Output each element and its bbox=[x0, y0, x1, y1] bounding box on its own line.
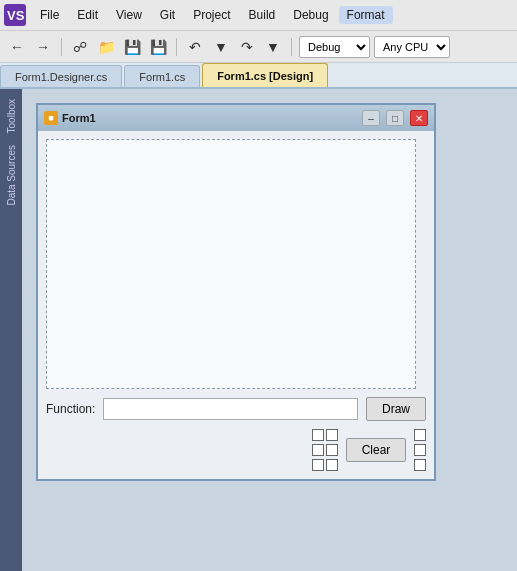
tab-form1-designer[interactable]: Form1.Designer.cs bbox=[0, 65, 122, 87]
datasources-label[interactable]: Data Sources bbox=[4, 141, 19, 210]
checkbox-5[interactable] bbox=[312, 459, 324, 471]
config-dropdown[interactable]: Debug Release bbox=[299, 36, 370, 58]
design-canvas: ■ Form1 – □ ✕ Function: Draw bbox=[22, 89, 517, 571]
toolbox-label[interactable]: Toolbox bbox=[4, 95, 19, 137]
checkbox-6[interactable] bbox=[326, 459, 338, 471]
main-area: Toolbox Data Sources ■ Form1 – □ ✕ bbox=[0, 89, 517, 571]
checkbox-r3[interactable] bbox=[414, 459, 426, 471]
checkbox-4[interactable] bbox=[326, 444, 338, 456]
checkbox-row-r1 bbox=[414, 429, 426, 441]
menu-debug[interactable]: Debug bbox=[285, 6, 336, 24]
checkbox-row-1 bbox=[312, 429, 338, 441]
menu-items: File Edit View Git Project Build Debug F… bbox=[32, 6, 513, 24]
maximize-button[interactable]: □ bbox=[386, 110, 404, 126]
separator-3 bbox=[291, 38, 292, 56]
clear-button[interactable]: Clear bbox=[346, 438, 406, 462]
win-form: ■ Form1 – □ ✕ Function: Draw bbox=[36, 103, 436, 481]
checkbox-row-2 bbox=[312, 444, 338, 456]
checkbox-row-r2 bbox=[414, 444, 426, 456]
close-button[interactable]: ✕ bbox=[410, 110, 428, 126]
vs-logo: VS bbox=[4, 4, 26, 26]
back-button[interactable]: ← bbox=[6, 36, 28, 58]
tab-form1-cs[interactable]: Form1.cs bbox=[124, 65, 200, 87]
win-form-title: Form1 bbox=[62, 112, 356, 124]
menu-view[interactable]: View bbox=[108, 6, 150, 24]
controls-row: Clear bbox=[46, 429, 426, 471]
checkbox-1[interactable] bbox=[312, 429, 324, 441]
function-row: Function: Draw bbox=[46, 397, 426, 421]
side-panel: Toolbox Data Sources bbox=[0, 89, 22, 571]
tools-button[interactable]: ☍ bbox=[69, 36, 91, 58]
checkbox-r1[interactable] bbox=[414, 429, 426, 441]
checkbox-row-3 bbox=[312, 459, 338, 471]
save-button[interactable]: 💾 bbox=[121, 36, 143, 58]
svg-text:VS: VS bbox=[7, 8, 25, 23]
function-input[interactable] bbox=[103, 398, 358, 420]
checkbox-r2[interactable] bbox=[414, 444, 426, 456]
menu-build[interactable]: Build bbox=[241, 6, 284, 24]
menu-edit[interactable]: Edit bbox=[69, 6, 106, 24]
minimize-button[interactable]: – bbox=[362, 110, 380, 126]
win-form-icon: ■ bbox=[44, 111, 58, 125]
checkbox-group-right bbox=[414, 429, 426, 471]
menu-project[interactable]: Project bbox=[185, 6, 238, 24]
win-titlebar: ■ Form1 – □ ✕ bbox=[38, 105, 434, 131]
menu-file[interactable]: File bbox=[32, 6, 67, 24]
menu-git[interactable]: Git bbox=[152, 6, 183, 24]
separator-1 bbox=[61, 38, 62, 56]
function-label: Function: bbox=[46, 402, 95, 416]
separator-2 bbox=[176, 38, 177, 56]
redo-arrow[interactable]: ▼ bbox=[262, 36, 284, 58]
saveall-button[interactable]: 💾 bbox=[147, 36, 169, 58]
checkbox-2[interactable] bbox=[326, 429, 338, 441]
menu-format[interactable]: Format bbox=[339, 6, 393, 24]
platform-dropdown[interactable]: Any CPU x86 x64 bbox=[374, 36, 450, 58]
tab-form1-design[interactable]: Form1.cs [Design] bbox=[202, 63, 328, 87]
forward-button[interactable]: → bbox=[32, 36, 54, 58]
undo-button[interactable]: ↶ bbox=[184, 36, 206, 58]
menu-bar: VS File Edit View Git Project Build Debu… bbox=[0, 0, 517, 31]
draw-button[interactable]: Draw bbox=[366, 397, 426, 421]
drawing-area[interactable] bbox=[46, 139, 416, 389]
toolbar: ← → ☍ 📁 💾 💾 ↶ ▼ ↷ ▼ Debug Release Any CP… bbox=[0, 31, 517, 63]
tabs-bar: Form1.Designer.cs Form1.cs Form1.cs [Des… bbox=[0, 63, 517, 89]
checkbox-3[interactable] bbox=[312, 444, 324, 456]
win-body: Function: Draw bbox=[38, 131, 434, 479]
open-button[interactable]: 📁 bbox=[95, 36, 117, 58]
checkbox-group-left bbox=[312, 429, 338, 471]
redo-button[interactable]: ↷ bbox=[236, 36, 258, 58]
undo-arrow[interactable]: ▼ bbox=[210, 36, 232, 58]
checkbox-row-r3 bbox=[414, 459, 426, 471]
